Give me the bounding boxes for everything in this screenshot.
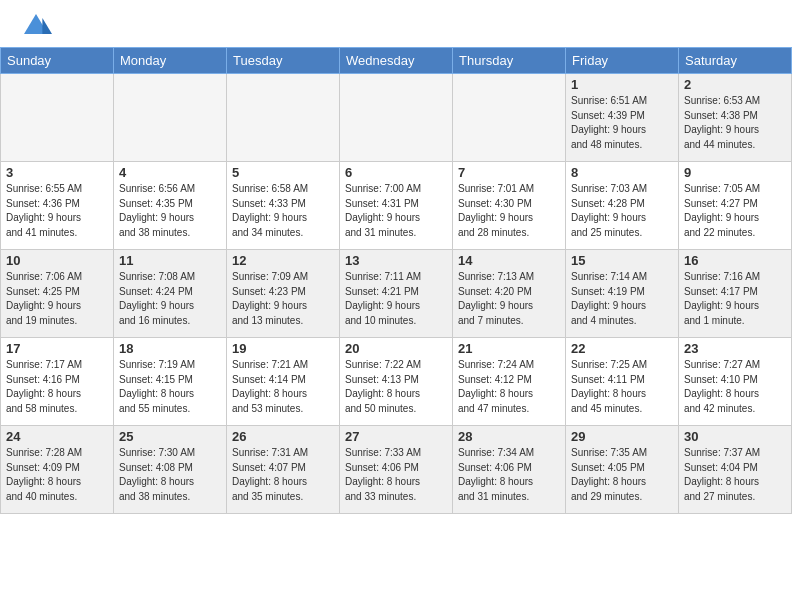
calendar-cell: 21Sunrise: 7:24 AM Sunset: 4:12 PM Dayli… xyxy=(453,338,566,426)
day-info: Sunrise: 7:01 AM Sunset: 4:30 PM Dayligh… xyxy=(458,182,560,240)
day-info: Sunrise: 7:14 AM Sunset: 4:19 PM Dayligh… xyxy=(571,270,673,328)
day-info: Sunrise: 7:28 AM Sunset: 4:09 PM Dayligh… xyxy=(6,446,108,504)
day-info: Sunrise: 7:03 AM Sunset: 4:28 PM Dayligh… xyxy=(571,182,673,240)
day-info: Sunrise: 6:58 AM Sunset: 4:33 PM Dayligh… xyxy=(232,182,334,240)
calendar-cell: 22Sunrise: 7:25 AM Sunset: 4:11 PM Dayli… xyxy=(566,338,679,426)
day-info: Sunrise: 7:08 AM Sunset: 4:24 PM Dayligh… xyxy=(119,270,221,328)
day-info: Sunrise: 7:05 AM Sunset: 4:27 PM Dayligh… xyxy=(684,182,786,240)
calendar-cell: 5Sunrise: 6:58 AM Sunset: 4:33 PM Daylig… xyxy=(227,162,340,250)
calendar-cell: 18Sunrise: 7:19 AM Sunset: 4:15 PM Dayli… xyxy=(114,338,227,426)
calendar-cell: 11Sunrise: 7:08 AM Sunset: 4:24 PM Dayli… xyxy=(114,250,227,338)
day-info: Sunrise: 7:30 AM Sunset: 4:08 PM Dayligh… xyxy=(119,446,221,504)
calendar-cell xyxy=(453,74,566,162)
day-info: Sunrise: 6:56 AM Sunset: 4:35 PM Dayligh… xyxy=(119,182,221,240)
day-number: 29 xyxy=(571,429,673,444)
day-info: Sunrise: 7:16 AM Sunset: 4:17 PM Dayligh… xyxy=(684,270,786,328)
calendar-cell: 17Sunrise: 7:17 AM Sunset: 4:16 PM Dayli… xyxy=(1,338,114,426)
calendar-cell: 23Sunrise: 7:27 AM Sunset: 4:10 PM Dayli… xyxy=(679,338,792,426)
day-info: Sunrise: 7:31 AM Sunset: 4:07 PM Dayligh… xyxy=(232,446,334,504)
weekday-tuesday: Tuesday xyxy=(227,48,340,74)
day-number: 8 xyxy=(571,165,673,180)
day-number: 7 xyxy=(458,165,560,180)
day-number: 22 xyxy=(571,341,673,356)
calendar-cell: 26Sunrise: 7:31 AM Sunset: 4:07 PM Dayli… xyxy=(227,426,340,514)
day-info: Sunrise: 6:55 AM Sunset: 4:36 PM Dayligh… xyxy=(6,182,108,240)
svg-marker-1 xyxy=(42,18,52,34)
day-info: Sunrise: 7:27 AM Sunset: 4:10 PM Dayligh… xyxy=(684,358,786,416)
calendar-cell xyxy=(340,74,453,162)
calendar-cell: 16Sunrise: 7:16 AM Sunset: 4:17 PM Dayli… xyxy=(679,250,792,338)
calendar-cell: 14Sunrise: 7:13 AM Sunset: 4:20 PM Dayli… xyxy=(453,250,566,338)
calendar-cell xyxy=(1,74,114,162)
day-number: 1 xyxy=(571,77,673,92)
calendar-week-2: 3Sunrise: 6:55 AM Sunset: 4:36 PM Daylig… xyxy=(1,162,792,250)
calendar-cell: 7Sunrise: 7:01 AM Sunset: 4:30 PM Daylig… xyxy=(453,162,566,250)
day-number: 25 xyxy=(119,429,221,444)
day-number: 4 xyxy=(119,165,221,180)
calendar-cell: 30Sunrise: 7:37 AM Sunset: 4:04 PM Dayli… xyxy=(679,426,792,514)
day-number: 13 xyxy=(345,253,447,268)
calendar-cell: 10Sunrise: 7:06 AM Sunset: 4:25 PM Dayli… xyxy=(1,250,114,338)
day-info: Sunrise: 7:33 AM Sunset: 4:06 PM Dayligh… xyxy=(345,446,447,504)
day-number: 19 xyxy=(232,341,334,356)
calendar-cell xyxy=(114,74,227,162)
calendar-week-1: 1Sunrise: 6:51 AM Sunset: 4:39 PM Daylig… xyxy=(1,74,792,162)
calendar-cell: 4Sunrise: 6:56 AM Sunset: 4:35 PM Daylig… xyxy=(114,162,227,250)
day-number: 21 xyxy=(458,341,560,356)
day-number: 11 xyxy=(119,253,221,268)
day-info: Sunrise: 7:06 AM Sunset: 4:25 PM Dayligh… xyxy=(6,270,108,328)
day-info: Sunrise: 6:51 AM Sunset: 4:39 PM Dayligh… xyxy=(571,94,673,152)
day-number: 23 xyxy=(684,341,786,356)
day-number: 14 xyxy=(458,253,560,268)
day-number: 5 xyxy=(232,165,334,180)
day-number: 3 xyxy=(6,165,108,180)
day-info: Sunrise: 7:13 AM Sunset: 4:20 PM Dayligh… xyxy=(458,270,560,328)
day-number: 16 xyxy=(684,253,786,268)
day-info: Sunrise: 7:25 AM Sunset: 4:11 PM Dayligh… xyxy=(571,358,673,416)
day-info: Sunrise: 7:09 AM Sunset: 4:23 PM Dayligh… xyxy=(232,270,334,328)
calendar-cell: 8Sunrise: 7:03 AM Sunset: 4:28 PM Daylig… xyxy=(566,162,679,250)
day-number: 28 xyxy=(458,429,560,444)
weekday-friday: Friday xyxy=(566,48,679,74)
day-number: 30 xyxy=(684,429,786,444)
calendar-cell: 25Sunrise: 7:30 AM Sunset: 4:08 PM Dayli… xyxy=(114,426,227,514)
weekday-saturday: Saturday xyxy=(679,48,792,74)
day-info: Sunrise: 7:00 AM Sunset: 4:31 PM Dayligh… xyxy=(345,182,447,240)
day-number: 10 xyxy=(6,253,108,268)
logo xyxy=(20,10,52,42)
calendar-cell xyxy=(227,74,340,162)
calendar-cell: 12Sunrise: 7:09 AM Sunset: 4:23 PM Dayli… xyxy=(227,250,340,338)
day-number: 27 xyxy=(345,429,447,444)
day-number: 12 xyxy=(232,253,334,268)
day-number: 18 xyxy=(119,341,221,356)
calendar-cell: 6Sunrise: 7:00 AM Sunset: 4:31 PM Daylig… xyxy=(340,162,453,250)
day-info: Sunrise: 7:22 AM Sunset: 4:13 PM Dayligh… xyxy=(345,358,447,416)
calendar-cell: 2Sunrise: 6:53 AM Sunset: 4:38 PM Daylig… xyxy=(679,74,792,162)
day-info: Sunrise: 7:21 AM Sunset: 4:14 PM Dayligh… xyxy=(232,358,334,416)
day-info: Sunrise: 7:19 AM Sunset: 4:15 PM Dayligh… xyxy=(119,358,221,416)
weekday-sunday: Sunday xyxy=(1,48,114,74)
weekday-header-row: SundayMondayTuesdayWednesdayThursdayFrid… xyxy=(1,48,792,74)
day-number: 9 xyxy=(684,165,786,180)
day-info: Sunrise: 7:17 AM Sunset: 4:16 PM Dayligh… xyxy=(6,358,108,416)
calendar-week-5: 24Sunrise: 7:28 AM Sunset: 4:09 PM Dayli… xyxy=(1,426,792,514)
weekday-monday: Monday xyxy=(114,48,227,74)
weekday-wednesday: Wednesday xyxy=(340,48,453,74)
day-number: 24 xyxy=(6,429,108,444)
calendar-cell: 29Sunrise: 7:35 AM Sunset: 4:05 PM Dayli… xyxy=(566,426,679,514)
calendar-cell: 24Sunrise: 7:28 AM Sunset: 4:09 PM Dayli… xyxy=(1,426,114,514)
calendar-table: SundayMondayTuesdayWednesdayThursdayFrid… xyxy=(0,47,792,514)
weekday-thursday: Thursday xyxy=(453,48,566,74)
day-number: 6 xyxy=(345,165,447,180)
calendar-week-3: 10Sunrise: 7:06 AM Sunset: 4:25 PM Dayli… xyxy=(1,250,792,338)
calendar-cell: 13Sunrise: 7:11 AM Sunset: 4:21 PM Dayli… xyxy=(340,250,453,338)
calendar-cell: 15Sunrise: 7:14 AM Sunset: 4:19 PM Dayli… xyxy=(566,250,679,338)
day-info: Sunrise: 7:34 AM Sunset: 4:06 PM Dayligh… xyxy=(458,446,560,504)
calendar-cell: 20Sunrise: 7:22 AM Sunset: 4:13 PM Dayli… xyxy=(340,338,453,426)
day-number: 17 xyxy=(6,341,108,356)
calendar-cell: 1Sunrise: 6:51 AM Sunset: 4:39 PM Daylig… xyxy=(566,74,679,162)
calendar-cell: 3Sunrise: 6:55 AM Sunset: 4:36 PM Daylig… xyxy=(1,162,114,250)
calendar-week-4: 17Sunrise: 7:17 AM Sunset: 4:16 PM Dayli… xyxy=(1,338,792,426)
calendar-cell: 9Sunrise: 7:05 AM Sunset: 4:27 PM Daylig… xyxy=(679,162,792,250)
day-info: Sunrise: 6:53 AM Sunset: 4:38 PM Dayligh… xyxy=(684,94,786,152)
